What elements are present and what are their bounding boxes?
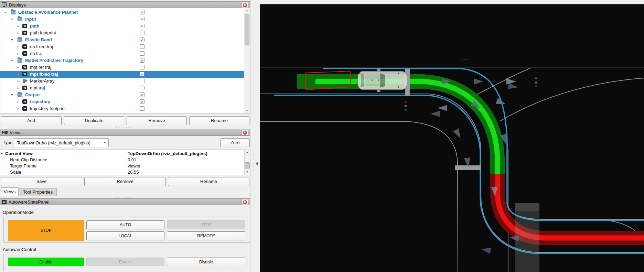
operation-mode-group: STOP AUTOSTOPLOCALREMOTE — [3, 217, 253, 243]
display-tree-row-elastic-band[interactable]: ▾Elastic Band✓ — [0, 36, 244, 43]
display-tree-row-input[interactable]: ▾Input✓ — [0, 16, 244, 23]
property-row-near-clip-distance[interactable]: Near Clip Distance0.01 — [0, 157, 245, 163]
visibility-checkbox[interactable] — [140, 79, 144, 83]
splitter-collapse-arrow-icon[interactable] — [256, 162, 258, 166]
expander-icon[interactable]: ▸ — [16, 105, 20, 112]
visibility-checkbox[interactable]: ✓ — [140, 72, 144, 76]
visibility-checkbox[interactable] — [140, 86, 144, 90]
display-tree-row-eb-traj[interactable]: ▸web traj — [0, 50, 244, 57]
visibility-checkbox[interactable]: ✓ — [140, 24, 144, 28]
visibility-checkbox[interactable] — [140, 31, 144, 35]
expander-icon[interactable]: ▾ — [1, 151, 3, 157]
expander-icon[interactable]: ▸ — [16, 50, 20, 57]
property-row-scale[interactable]: Scale26.55 — [0, 169, 245, 175]
expander-icon[interactable]: ▸ — [16, 78, 20, 85]
visibility-checkbox[interactable]: ✓ — [140, 37, 144, 42]
display-tree-row-mpt-traj[interactable]: ▸wmpt traj — [0, 85, 244, 91]
scrollbar-thumb[interactable] — [245, 162, 250, 168]
visibility-checkbox[interactable] — [140, 106, 144, 111]
visibility-checkbox[interactable] — [140, 51, 144, 56]
expander-icon[interactable]: ▸ — [16, 71, 20, 78]
views-button-row: SaveRemoveRename — [0, 177, 250, 186]
rename-button[interactable]: Rename — [168, 177, 249, 186]
auto-button[interactable]: AUTO — [86, 220, 164, 229]
visibility-checkbox[interactable]: ✓ — [140, 17, 144, 21]
expander-icon[interactable]: ▸ — [16, 98, 20, 105]
scroll-up-icon[interactable]: ▲ — [245, 150, 250, 155]
display-tree-row-obstacle-avoidance-planner[interactable]: ▾Obstacle Avoidance Planner✓ — [0, 9, 244, 16]
property-value[interactable]: 0.01 — [128, 157, 136, 163]
expander-icon[interactable]: ▸ — [16, 30, 20, 36]
view-properties-table[interactable]: ▲ ▼ ▾Current ViewTopDownOrtho (rviz_defa… — [0, 150, 250, 175]
property-row-current-view[interactable]: ▾Current ViewTopDownOrtho (rviz_default_… — [0, 151, 245, 157]
property-row-target-frame[interactable]: Target Frameviewer — [0, 163, 245, 169]
folder-icon — [18, 17, 22, 21]
visibility-checkbox[interactable]: ✓ — [140, 99, 144, 104]
display-tree-row-mpt-fixed-traj[interactable]: ▸wmpt fixed traj✓ — [0, 71, 244, 78]
splitter-handle-dots[interactable]: · · · · · · — [0, 114, 250, 116]
splitter-handle-dots[interactable]: · · · · · · — [0, 126, 250, 128]
local-button[interactable]: LOCAL — [86, 231, 164, 240]
display-label: trajectory — [30, 98, 50, 105]
expander-icon[interactable]: ▾ — [10, 91, 14, 98]
expander-icon[interactable]: ▾ — [3, 9, 7, 16]
display-tree-row-markerarray[interactable]: ▸MarkerArray — [0, 78, 244, 85]
autoware-display-icon: w — [22, 72, 27, 76]
displays-close-button[interactable]: ✕ — [242, 2, 248, 8]
view-type-dropdown[interactable]: TopDownOrtho (rviz_default_plugins) ▾ — [14, 138, 109, 147]
zero-button[interactable]: Zero — [220, 138, 250, 147]
visibility-checkbox[interactable]: ✓ — [140, 58, 144, 63]
expander-icon[interactable]: ▸ — [16, 43, 20, 50]
scrollbar-thumb[interactable] — [245, 14, 249, 45]
save-button[interactable]: Save — [1, 177, 82, 186]
display-label: Input — [25, 16, 36, 23]
display-tree-row-path[interactable]: ▸wpath✓ — [0, 23, 244, 30]
scroll-down-icon[interactable]: ▼ — [245, 170, 250, 175]
properties-scrollbar[interactable]: ▲ ▼ — [244, 150, 250, 175]
property-value[interactable]: TopDownOrtho (rviz_default_plugins) — [128, 151, 207, 157]
tab-tool-properties[interactable]: Tool Properties — [19, 188, 57, 196]
add-button[interactable]: Add — [1, 116, 62, 125]
property-value[interactable]: 26.55 — [128, 169, 139, 175]
scroll-up-icon[interactable]: ▲ — [244, 8, 250, 13]
views-close-button[interactable]: ✕ — [242, 130, 248, 135]
scroll-down-icon[interactable]: ▼ — [244, 108, 250, 113]
3d-viewport[interactable] — [260, 4, 644, 272]
visibility-checkbox[interactable] — [140, 65, 144, 69]
display-label: eb fixed traj — [30, 43, 53, 50]
expander-icon[interactable]: ▾ — [10, 36, 14, 43]
disable-button[interactable]: Disable — [167, 258, 245, 266]
tab-views[interactable]: Views — [1, 187, 19, 196]
duplicate-button[interactable]: Duplicate — [64, 116, 124, 125]
autoware-close-button[interactable]: ✕ — [242, 199, 248, 205]
remote-button[interactable]: REMOTE — [167, 231, 245, 240]
displays-tree[interactable]: ▲ ▼ ▾Obstacle Avoidance Planner✓▾Input✓▸… — [0, 8, 250, 113]
visibility-checkbox[interactable]: ✓ — [140, 93, 144, 97]
expander-icon[interactable]: ▾ — [10, 57, 14, 64]
remove-button[interactable]: Remove — [84, 177, 166, 186]
display-tree-row-trajectory[interactable]: ▸wtrajectory✓ — [0, 98, 244, 105]
display-tree-row-model-predictive-trajectory[interactable]: ▾Model Predictive Trajectory✓ — [0, 57, 244, 64]
property-value[interactable]: viewer — [128, 163, 141, 169]
remove-button[interactable]: Remove — [127, 116, 187, 125]
rename-button[interactable]: Rename — [189, 116, 249, 125]
display-tree-row-trajectory-footprint[interactable]: ▸wtrajectory footprint — [0, 105, 244, 112]
chevron-down-icon: ▾ — [104, 141, 106, 144]
expander-icon[interactable]: ▾ — [10, 16, 14, 23]
display-tree-row-path-footprint[interactable]: ▸wpath footprint — [0, 30, 244, 36]
views-panel: Views ✕ Type: TopDownOrtho (rviz_default… — [0, 129, 250, 195]
display-label: MarkerArray — [30, 78, 55, 85]
expander-icon[interactable]: ▸ — [16, 64, 20, 71]
display-label: Model Predictive Trajectory — [25, 57, 83, 64]
display-tree-row-mpt-ref-traj[interactable]: ▸wmpt ref traj — [0, 64, 244, 71]
visibility-checkbox[interactable]: ✓ — [140, 10, 144, 14]
expander-icon[interactable]: ▸ — [16, 85, 20, 91]
displays-tree-scrollbar[interactable]: ▲ ▼ — [244, 8, 250, 113]
folder-icon — [11, 10, 15, 14]
display-tree-row-eb-fixed-traj[interactable]: ▸web fixed traj — [0, 43, 244, 50]
autoware-panel-title: AutowareStatePanel — [9, 199, 50, 205]
visibility-checkbox[interactable] — [140, 44, 144, 49]
expander-icon[interactable]: ▸ — [16, 23, 20, 30]
panel-splitter[interactable] — [250, 0, 260, 272]
display-tree-row-output[interactable]: ▾Output✓ — [0, 91, 244, 98]
